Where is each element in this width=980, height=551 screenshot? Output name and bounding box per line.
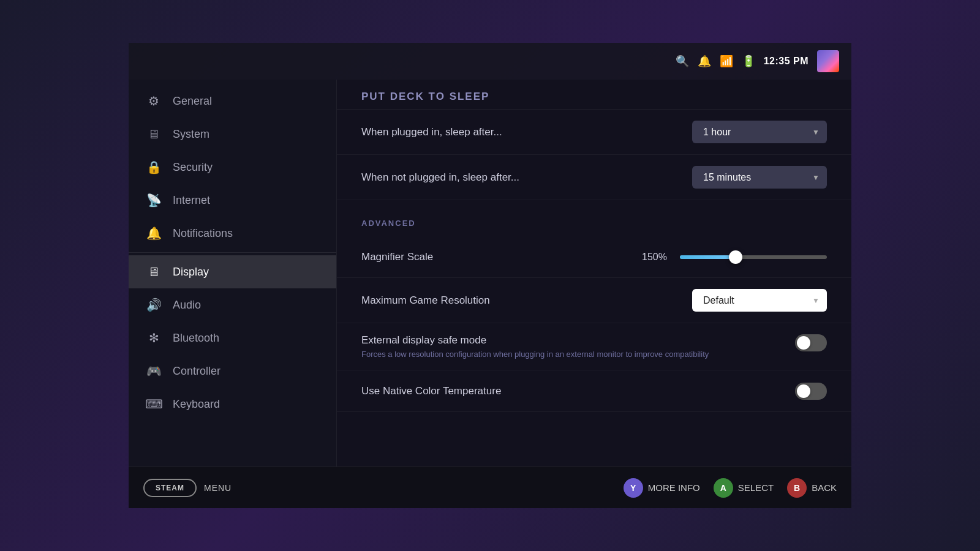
max-game-res-dropdown-wrapper: Default 1920x1080 1280x720 3840x2160 [692, 289, 827, 312]
native-color-toggle-knob [797, 384, 810, 398]
more-info-label: MORE INFO [648, 482, 700, 493]
battery-icon: 🔋 [742, 54, 755, 68]
select-button[interactable]: A SELECT [714, 478, 774, 498]
a-button-label: A [720, 483, 726, 493]
internet-icon: 📡 [146, 192, 162, 208]
ext-display-title: External display safe mode [361, 334, 795, 347]
bell-icon: 🔔 [146, 225, 162, 241]
display-icon: 🖥 [146, 264, 162, 280]
not-plugged-label: When not plugged in, sleep after... [361, 171, 519, 184]
max-game-res-right: Default 1920x1080 1280x720 3840x2160 [692, 289, 827, 312]
b-button-label: B [794, 483, 800, 493]
magnifier-slider[interactable] [680, 255, 827, 259]
max-game-res-row: Maximum Game Resolution Default 1920x108… [337, 278, 851, 323]
y-button-circle: Y [624, 478, 643, 498]
sidebar-label-security: Security [173, 161, 213, 174]
magnifier-percent: 150% [642, 252, 670, 263]
sidebar-label-controller: Controller [173, 365, 221, 378]
sidebar-item-controller[interactable]: 🎮 Controller [129, 354, 336, 388]
system-icon: 🖥 [146, 126, 162, 142]
sidebar-item-bluetooth[interactable]: ✻ Bluetooth [129, 321, 336, 354]
y-button-label: Y [630, 483, 636, 493]
controller-icon: 🎮 [146, 363, 162, 379]
sidebar-label-audio: Audio [173, 299, 201, 312]
magnifier-label: Magnifier Scale [361, 251, 433, 263]
max-game-res-dropdown[interactable]: Default 1920x1080 1280x720 3840x2160 [692, 289, 827, 312]
advanced-title: ADVANCED [337, 205, 851, 236]
ext-display-left: External display safe mode Forces a low … [361, 334, 795, 359]
native-color-toggle[interactable] [795, 383, 827, 400]
more-info-button[interactable]: Y MORE INFO [624, 478, 700, 498]
sidebar-item-audio[interactable]: 🔊 Audio [129, 288, 336, 321]
steam-label: STEAM [156, 484, 184, 492]
sidebar-item-display[interactable]: 🖥 Display [129, 255, 336, 288]
sidebar: ⚙ General 🖥 System 🔒 Security 📡 Internet… [129, 80, 337, 467]
sidebar-label-internet: Internet [173, 194, 210, 207]
slider-thumb [729, 250, 742, 264]
top-icons: 🔍 🔔 📶 🔋 12:35 PM [676, 50, 839, 72]
select-label: SELECT [738, 482, 774, 493]
search-icon[interactable]: 🔍 [676, 54, 689, 68]
steam-button[interactable]: STEAM [143, 479, 197, 497]
plugged-in-label: When plugged in, sleep after... [361, 126, 502, 138]
magnifier-row: Magnifier Scale 150% [337, 236, 851, 278]
content-panel: PUT DECK TO SLEEP When plugged in, sleep… [337, 80, 851, 467]
back-label: BACK [812, 482, 837, 493]
ext-display-desc: Forces a low resolution configuration wh… [361, 350, 778, 359]
back-button[interactable]: B BACK [787, 478, 837, 498]
sidebar-item-security[interactable]: 🔒 Security [129, 151, 336, 184]
sidebar-item-internet[interactable]: 📡 Internet [129, 184, 336, 217]
menu-label: MENU [204, 483, 232, 493]
main-content: ⚙ General 🖥 System 🔒 Security 📡 Internet… [129, 80, 851, 467]
sleep-section-title: PUT DECK TO SLEEP [337, 80, 851, 110]
keyboard-icon: ⌨ [146, 396, 162, 412]
plugged-dropdown-wrapper: 1 hour 5 minutes 15 minutes 30 minutes 2… [692, 121, 827, 143]
native-color-row: Use Native Color Temperature [337, 370, 851, 412]
slider-fill [680, 255, 736, 259]
sidebar-label-general: General [173, 95, 212, 108]
bottom-actions: Y MORE INFO A SELECT B BACK [624, 478, 837, 498]
not-plugged-right: 15 minutes 5 minutes 30 minutes 1 hour 2… [692, 166, 827, 189]
audio-icon: 🔊 [146, 297, 162, 313]
plugged-in-dropdown[interactable]: 1 hour 5 minutes 15 minutes 30 minutes 2… [692, 121, 827, 143]
ext-display-row: External display safe mode Forces a low … [337, 323, 851, 370]
not-plugged-dropdown[interactable]: 15 minutes 5 minutes 30 minutes 1 hour 2… [692, 166, 827, 189]
sidebar-item-system[interactable]: 🖥 System [129, 118, 336, 151]
advanced-section: ADVANCED Magnifier Scale 150% Maximum Ga… [337, 200, 851, 412]
sidebar-item-general[interactable]: ⚙ General [129, 84, 336, 118]
bottom-bar: STEAM MENU Y MORE INFO A SELECT B [129, 467, 851, 508]
bluetooth-icon: ✻ [146, 330, 162, 346]
sidebar-label-bluetooth: Bluetooth [173, 332, 219, 345]
top-bar: 🔍 🔔 📶 🔋 12:35 PM [129, 43, 851, 80]
gear-icon: ⚙ [146, 93, 162, 109]
sidebar-item-notifications[interactable]: 🔔 Notifications [129, 217, 336, 250]
not-plugged-dropdown-wrapper: 15 minutes 5 minutes 30 minutes 1 hour 2… [692, 166, 827, 189]
native-color-label: Use Native Color Temperature [361, 385, 501, 397]
ext-display-toggle[interactable] [795, 334, 827, 351]
sidebar-divider [129, 252, 336, 253]
plugged-in-row: When plugged in, sleep after... 1 hour 5… [337, 110, 851, 155]
b-button-circle: B [787, 478, 807, 498]
sidebar-label-keyboard: Keyboard [173, 398, 220, 411]
ext-display-toggle-knob [797, 336, 810, 350]
app-window: 🔍 🔔 📶 🔋 12:35 PM ⚙ General 🖥 System 🔒 S [129, 43, 851, 508]
magnifier-right: 150% [642, 252, 827, 263]
sidebar-label-system: System [173, 128, 209, 141]
native-color-right [795, 383, 827, 400]
lock-icon: 🔒 [146, 159, 162, 175]
notification-icon[interactable]: 🔔 [698, 54, 711, 68]
time-display: 12:35 PM [764, 56, 809, 67]
signal-icon: 📶 [720, 54, 733, 68]
sidebar-label-notifications: Notifications [173, 227, 233, 240]
plugged-in-right: 1 hour 5 minutes 15 minutes 30 minutes 2… [692, 121, 827, 143]
max-game-res-label: Maximum Game Resolution [361, 294, 490, 307]
sidebar-item-keyboard[interactable]: ⌨ Keyboard [129, 388, 336, 421]
a-button-circle: A [714, 478, 733, 498]
not-plugged-row: When not plugged in, sleep after... 15 m… [337, 155, 851, 200]
sidebar-label-display: Display [173, 266, 209, 279]
avatar[interactable] [817, 50, 839, 72]
